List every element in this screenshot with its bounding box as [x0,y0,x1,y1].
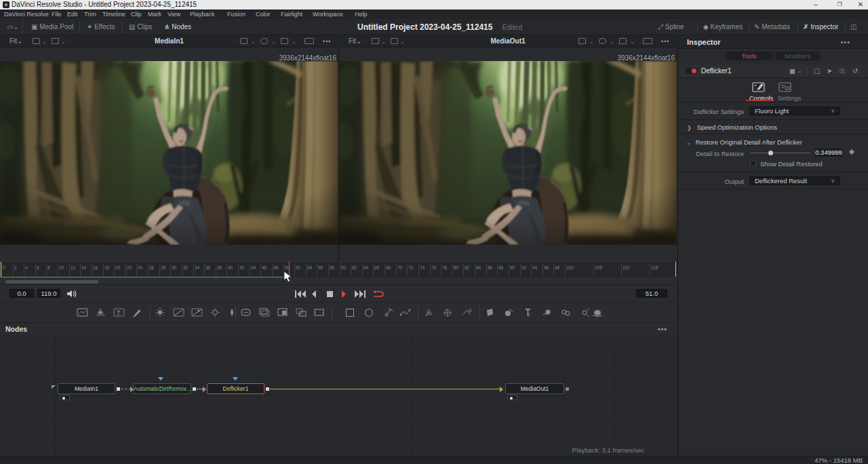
svg-text:T: T [117,309,121,316]
